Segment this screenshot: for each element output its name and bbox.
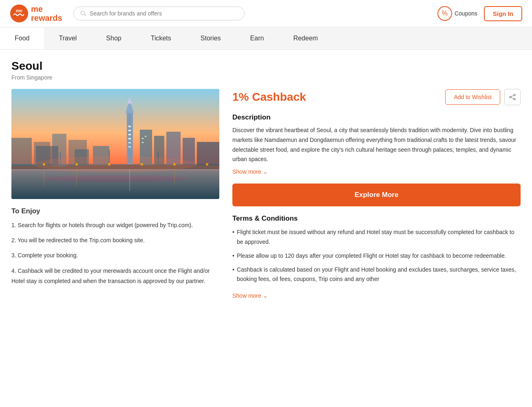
svg-point-38 xyxy=(43,163,45,166)
search-bar[interactable] xyxy=(73,7,245,20)
city-image xyxy=(11,89,219,199)
terms-item-3: • Cashback is calculated based on your F… xyxy=(232,265,521,285)
svg-rect-24 xyxy=(128,142,131,144)
svg-point-51 xyxy=(510,96,511,98)
svg-point-49 xyxy=(514,94,515,96)
terms-item-2: • Please allow up to 120 days after your… xyxy=(232,251,521,261)
svg-line-53 xyxy=(511,97,514,99)
description-text: Discover the vibrant heartbeat of Seoul,… xyxy=(232,126,521,164)
cashback-actions: Add to Wishlist xyxy=(445,89,521,105)
logo-text: me rewards xyxy=(31,4,62,22)
show-more-label-2: Show more xyxy=(232,292,261,299)
terms-title: Terms & Conditions xyxy=(232,215,521,223)
page-title: Seoul xyxy=(11,60,521,73)
search-icon xyxy=(80,10,86,17)
main-section: To Enjoy 1. Search for flights or hotels… xyxy=(11,89,521,299)
to-enjoy-list: 1. Search for flights or hotels through … xyxy=(11,220,219,286)
share-button[interactable] xyxy=(504,89,521,105)
explore-button[interactable]: Explore More xyxy=(232,184,521,206)
header: me me rewards % Coupons Sign In xyxy=(0,0,532,27)
svg-line-3 xyxy=(84,14,86,16)
svg-rect-22 xyxy=(128,134,131,135)
svg-line-52 xyxy=(511,95,514,97)
left-column: To Enjoy 1. Search for flights or hotels… xyxy=(11,89,219,299)
svg-rect-35 xyxy=(145,136,146,137)
svg-point-0 xyxy=(10,4,28,22)
main-nav: Food Travel Shop Tickets Stories Earn Re… xyxy=(0,27,532,50)
page-content: Seoul From Singapore xyxy=(0,50,532,309)
page-subtitle: From Singapore xyxy=(11,74,521,81)
show-more-description[interactable]: Show more ⌄ xyxy=(232,168,268,175)
wishlist-button[interactable]: Add to Wishlist xyxy=(445,89,500,105)
signin-button[interactable]: Sign In xyxy=(484,6,522,21)
header-right: % Coupons Sign In xyxy=(437,6,522,21)
right-column: 1% Cashback Add to Wishlist xyxy=(232,89,521,299)
svg-point-37 xyxy=(34,156,197,173)
svg-text:me: me xyxy=(16,8,22,13)
svg-point-41 xyxy=(141,163,143,166)
svg-point-50 xyxy=(514,98,515,100)
show-more-label-1: Show more xyxy=(232,168,261,175)
svg-point-44 xyxy=(42,175,189,182)
chevron-down-icon-2: ⌄ xyxy=(263,292,268,299)
bullet-1: • xyxy=(232,228,234,247)
to-enjoy-item-1: 1. Search for flights or hotels through … xyxy=(11,220,219,230)
cashback-header: 1% Cashback Add to Wishlist xyxy=(232,89,521,105)
svg-point-40 xyxy=(108,163,110,166)
search-input[interactable] xyxy=(90,10,238,17)
nav-item-tickets[interactable]: Tickets xyxy=(136,27,186,49)
bullet-3: • xyxy=(232,265,234,285)
description-title: Description xyxy=(232,113,521,122)
chevron-down-icon: ⌄ xyxy=(263,168,268,175)
coupons-button[interactable]: % Coupons xyxy=(437,6,477,21)
terms-item-1: • Flight ticket must be issued without a… xyxy=(232,228,521,247)
svg-rect-36 xyxy=(142,142,143,143)
nav-item-stories[interactable]: Stories xyxy=(186,27,236,49)
terms-text-2: Please allow up to 120 days after your c… xyxy=(237,251,506,261)
svg-rect-20 xyxy=(128,126,131,127)
nav-item-shop[interactable]: Shop xyxy=(91,27,136,49)
logo[interactable]: me me rewards xyxy=(10,4,67,23)
svg-rect-25 xyxy=(128,146,131,148)
svg-rect-30 xyxy=(197,142,219,165)
to-enjoy-item-2: 2. You will be redirected to the Trip.co… xyxy=(11,235,219,246)
svg-rect-21 xyxy=(128,130,131,131)
terms-list: • Flight ticket must be issued without a… xyxy=(232,228,521,284)
to-enjoy-item-3: 3. Complete your booking. xyxy=(11,250,219,261)
svg-point-39 xyxy=(75,163,78,166)
share-icon xyxy=(509,93,516,101)
nav-item-earn[interactable]: Earn xyxy=(236,27,279,49)
svg-rect-12 xyxy=(11,138,32,166)
bullet-2: • xyxy=(232,251,234,261)
svg-rect-23 xyxy=(128,138,131,139)
terms-text-3: Cashback is calculated based on your Fli… xyxy=(237,265,521,285)
cashback-label: 1% Cashback xyxy=(232,91,306,104)
to-enjoy-item-4: 4. Cashback will be credited to your mer… xyxy=(11,266,219,286)
coupons-label: Coupons xyxy=(455,10,477,17)
svg-rect-34 xyxy=(142,138,143,139)
logo-icon: me xyxy=(10,4,29,23)
svg-rect-5 xyxy=(11,168,219,199)
svg-point-43 xyxy=(206,163,208,166)
show-more-terms[interactable]: Show more ⌄ xyxy=(232,292,268,299)
to-enjoy-title: To Enjoy xyxy=(11,207,219,215)
nav-item-travel[interactable]: Travel xyxy=(44,27,91,49)
svg-point-42 xyxy=(173,163,176,166)
terms-text-1: Flight ticket must be issued without any… xyxy=(237,228,521,247)
coupon-icon: % xyxy=(437,6,452,21)
nav-item-redeem[interactable]: Redeem xyxy=(278,27,332,49)
nav-item-food[interactable]: Food xyxy=(0,27,44,49)
